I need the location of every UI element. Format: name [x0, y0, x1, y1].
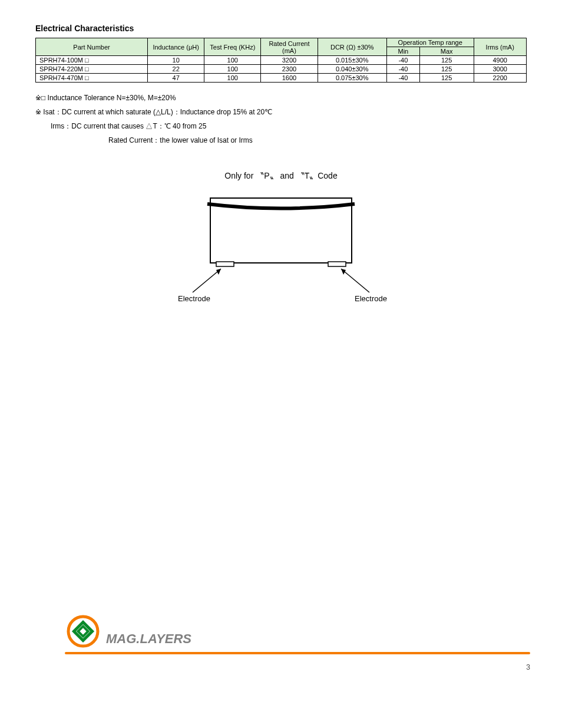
cell-ind: 22: [148, 65, 204, 74]
inductor-diagram: Electrode Electrode: [35, 186, 527, 316]
cell-freq: 100: [204, 56, 261, 65]
footer-divider: [65, 652, 530, 654]
svg-rect-2: [328, 262, 346, 266]
cell-irms: 2200: [474, 74, 527, 83]
cell-dcr: 0.040±30%: [318, 65, 386, 74]
th-dcr: DCR (Ω) ±30%: [318, 38, 386, 56]
section-title: Electrical Characteristics: [35, 24, 527, 33]
th-inductance: Inductance (μH): [148, 38, 204, 56]
cell-irms: 3000: [474, 65, 527, 74]
note-line: Rated Current：the lower value of Isat or…: [108, 133, 527, 147]
svg-rect-9: [78, 627, 88, 637]
svg-line-5: [341, 269, 369, 292]
electrode-label-left: Electrode: [178, 294, 210, 303]
cell-tmin: -40: [386, 56, 419, 65]
table-row: SPRH74-470M □ 47 100 1600 0.075±30% -40 …: [36, 74, 527, 83]
th-irms: Irms (mA): [474, 38, 527, 56]
content-area: Electrical Characteristics Part Number I…: [0, 24, 562, 316]
cell-tmax: 125: [419, 74, 474, 83]
th-rated-current: Rated Current (mA): [261, 38, 318, 56]
svg-rect-1: [216, 262, 234, 266]
cell-rated: 2300: [261, 65, 318, 74]
cell-ind: 47: [148, 74, 204, 83]
cell-part: SPRH74-470M □: [36, 74, 148, 83]
table-header-row: Part Number Inductance (μH) Test Freq (K…: [36, 38, 527, 47]
cell-part: SPRH74-100M □: [36, 56, 148, 65]
cell-part: SPRH74-220M □: [36, 65, 148, 74]
th-test-freq: Test Freq (KHz): [204, 38, 261, 56]
cell-tmax: 125: [419, 56, 474, 65]
cell-freq: 100: [204, 74, 261, 83]
diagram-section: Only for 〝P〟 and 〝T〟Code Electrode: [35, 171, 527, 316]
cell-irms: 4900: [474, 56, 527, 65]
electrode-label-right: Electrode: [355, 294, 387, 303]
table-row: SPRH74-220M □ 22 100 2300 0.040±30% -40 …: [36, 65, 527, 74]
note-line: ※□ Inductance Tolerance N=±30%, M=±20%: [35, 91, 527, 105]
cell-rated: 1600: [261, 74, 318, 83]
page-number: 3: [0, 663, 530, 671]
th-temp-min: Min: [386, 47, 419, 56]
cell-freq: 100: [204, 65, 261, 74]
company-name: MAG.LAYERS: [106, 631, 191, 647]
page: Electrical Characteristics Part Number I…: [0, 0, 562, 728]
svg-line-3: [193, 269, 221, 292]
note-line: Irms：DC current that causes △T：℃ 40 from…: [51, 119, 527, 133]
cell-rated: 3200: [261, 56, 318, 65]
table-row: SPRH74-100M □ 10 100 3200 0.015±30% -40 …: [36, 56, 527, 65]
company-logo-icon: [65, 613, 101, 651]
diagram-title: Only for 〝P〟 and 〝T〟Code: [35, 171, 527, 182]
spec-table: Part Number Inductance (μH) Test Freq (K…: [35, 38, 527, 83]
notes-block: ※□ Inductance Tolerance N=±30%, M=±20% ※…: [35, 91, 527, 147]
note-line: ※ Isat：DC current at which saturate (△L/…: [35, 105, 527, 119]
th-part: Part Number: [36, 38, 148, 56]
cell-tmin: -40: [386, 65, 419, 74]
th-temp-max: Max: [419, 47, 474, 56]
cell-ind: 10: [148, 56, 204, 65]
diagram-svg: Electrode Electrode: [151, 186, 411, 316]
cell-dcr: 0.015±30%: [318, 56, 386, 65]
cell-tmax: 125: [419, 65, 474, 74]
cell-tmin: -40: [386, 74, 419, 83]
th-temp-range: Operation Temp range: [386, 38, 474, 47]
cell-dcr: 0.075±30%: [318, 74, 386, 83]
